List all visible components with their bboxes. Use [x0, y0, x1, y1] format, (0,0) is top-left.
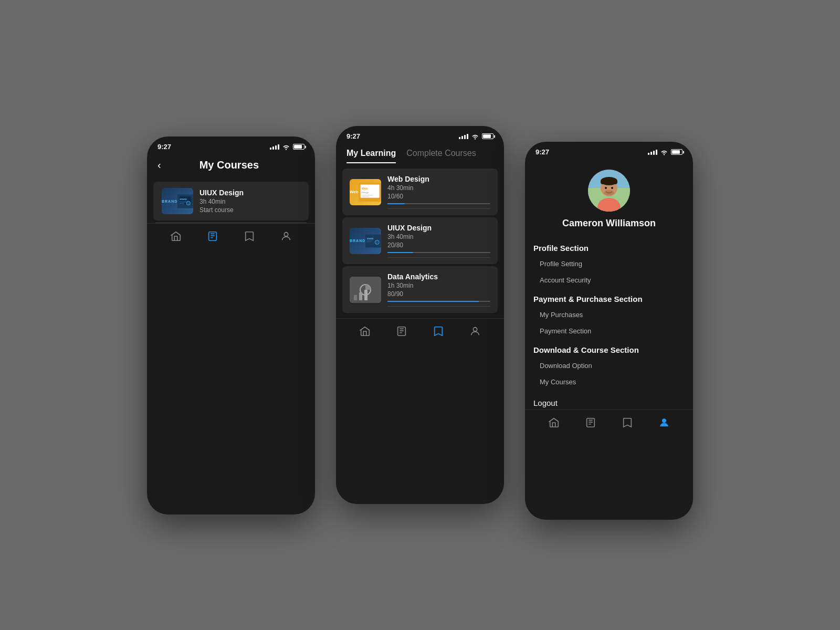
svg-point-18 — [375, 240, 380, 244]
menu-item-account-security[interactable]: Account Security — [533, 272, 685, 288]
courses-header: ‹ My Courses — [147, 154, 315, 180]
phone-my-learning: 9:27 My Learning Complete Courses — [336, 126, 504, 504]
battery-icon-2 — [482, 133, 494, 139]
nav-home-1[interactable] — [170, 230, 182, 243]
status-icons-2 — [459, 133, 494, 140]
status-bar-1: 9:27 — [147, 136, 315, 154]
item-divider-2 — [387, 257, 490, 258]
learning-item-analytics[interactable]: Data Analytics 1h 30min 80/90 — [342, 266, 498, 313]
svg-rect-24 — [398, 327, 406, 336]
menu-item-my-purchases[interactable]: My Purchases — [533, 307, 685, 323]
course-name-uiux: UIUX Design — [200, 188, 300, 197]
progress-text-webdesign: 10/60 — [387, 193, 490, 200]
tab-my-learning[interactable]: My Learning — [346, 149, 396, 163]
wifi-icon-2 — [471, 133, 479, 140]
nav-bookmark-3[interactable] — [621, 416, 634, 429]
svg-text:Design: Design — [362, 191, 369, 194]
bottom-nav-3 — [525, 410, 693, 437]
course-duration-uiux: 3h 40min — [200, 198, 300, 205]
svg-point-5 — [186, 201, 190, 205]
status-bar-3: 9:27 — [525, 142, 693, 159]
signal-icon-2 — [459, 134, 468, 139]
nav-courses-3[interactable] — [584, 416, 597, 429]
svg-rect-35 — [587, 418, 595, 427]
nav-profile-2[interactable] — [469, 325, 481, 338]
menu-item-my-courses[interactable]: My Courses — [533, 374, 685, 390]
svg-point-34 — [611, 187, 613, 189]
svg-text:BRAND: BRAND — [367, 237, 374, 239]
course-duration-analytics: 1h 30min — [387, 282, 490, 289]
nav-courses-2[interactable] — [395, 325, 408, 338]
time-3: 9:27 — [536, 148, 549, 156]
menu-item-payment-section[interactable]: Payment Section — [533, 323, 685, 339]
svg-rect-17 — [367, 241, 372, 242]
nav-bookmark-1[interactable] — [243, 230, 256, 243]
progress-text-uiux: 20/80 — [387, 242, 490, 249]
svg-rect-12 — [362, 195, 373, 195]
wifi-icon-3 — [660, 149, 668, 155]
status-bar-2: 9:27 — [336, 126, 504, 143]
time-2: 9:27 — [346, 132, 360, 140]
page-title-courses: My Courses — [170, 159, 289, 171]
thumb-uiux-2: BRAND — [350, 228, 381, 254]
item-divider-1 — [387, 208, 490, 209]
nav-home-2[interactable] — [359, 325, 371, 338]
phone-my-courses: 9:27 ‹ My Courses B — [147, 136, 315, 514]
thumb-webdesign: Web Design — [350, 179, 381, 205]
avatar-image — [588, 170, 630, 212]
section-title-payment: Payment & Purchase Section — [533, 295, 685, 303]
nav-courses-1[interactable] — [206, 230, 219, 243]
svg-point-36 — [662, 419, 666, 423]
learning-info-uiux: UIUX Design 3h 40min 20/80 — [387, 224, 490, 258]
nav-bookmark-2[interactable] — [432, 325, 445, 338]
course-info-uiux: UIUX Design 3h 40min Start course — [200, 188, 300, 214]
nav-profile-3[interactable] — [658, 416, 670, 429]
svg-point-7 — [284, 233, 288, 236]
learning-list: Web Design Web Design 4h 30min 10/60 — [336, 163, 504, 318]
section-title-download: Download & Course Section — [533, 345, 685, 354]
menu-item-download-option[interactable]: Download Option — [533, 358, 685, 374]
thumb-analytics — [350, 277, 381, 303]
learning-info-analytics: Data Analytics 1h 30min 80/90 — [387, 272, 490, 307]
phone-profile: 9:27 — [525, 142, 693, 520]
progress-text-analytics: 80/90 — [387, 290, 490, 298]
svg-rect-21 — [354, 295, 357, 300]
svg-rect-3 — [180, 201, 186, 202]
avatar — [588, 170, 630, 212]
course-name-analytics: Data Analytics — [387, 272, 490, 281]
course-name-webdesign: Web Design — [387, 175, 490, 183]
signal-icon-3 — [648, 150, 657, 155]
progress-bar-uiux — [387, 252, 490, 253]
course-duration-uiux-2: 3h 40min — [387, 233, 490, 240]
learning-item-uiux[interactable]: BRAND UIUX Design 3h 40min 20/80 — [342, 217, 498, 264]
logout-button[interactable]: Logout — [533, 390, 685, 410]
bottom-nav-1 — [147, 223, 315, 251]
back-button[interactable]: ‹ — [158, 159, 161, 171]
battery-icon-3 — [671, 149, 682, 155]
nav-home-3[interactable] — [548, 416, 560, 429]
time-1: 9:27 — [158, 143, 171, 151]
svg-rect-23 — [364, 290, 368, 300]
learning-item-webdesign[interactable]: Web Design Web Design 4h 30min 10/60 — [342, 169, 498, 215]
course-item-uiux[interactable]: BRAND UIUX Design 3h 40min Start course — [153, 182, 309, 220]
course-duration-webdesign: 4h 30min — [387, 184, 490, 192]
profile-avatar-section: Cameron Williamson — [525, 159, 693, 237]
wifi-icon-1 — [282, 144, 290, 150]
svg-rect-6 — [209, 232, 217, 241]
svg-text:Web: Web — [362, 186, 369, 190]
tab-complete-courses[interactable]: Complete Courses — [406, 149, 476, 163]
learning-info-webdesign: Web Design 4h 30min 10/60 — [387, 175, 490, 209]
menu-item-profile-setting[interactable]: Profile Setting — [533, 256, 685, 272]
course-thumb-uiux: BRAND — [162, 188, 193, 214]
nav-profile-1[interactable] — [280, 230, 292, 243]
svg-rect-22 — [359, 292, 362, 300]
item-divider-3 — [387, 306, 490, 307]
status-icons-1 — [270, 144, 304, 150]
svg-text:BRAND: BRAND — [180, 198, 187, 200]
learning-tabs: My Learning Complete Courses — [336, 143, 504, 163]
profile-menu: Profile Section Profile Setting Account … — [525, 244, 693, 410]
course-name-uiux-2: UIUX Design — [387, 224, 490, 232]
course-action-uiux[interactable]: Start course — [200, 206, 300, 214]
signal-icon-1 — [270, 144, 279, 150]
svg-rect-16 — [367, 240, 373, 240]
